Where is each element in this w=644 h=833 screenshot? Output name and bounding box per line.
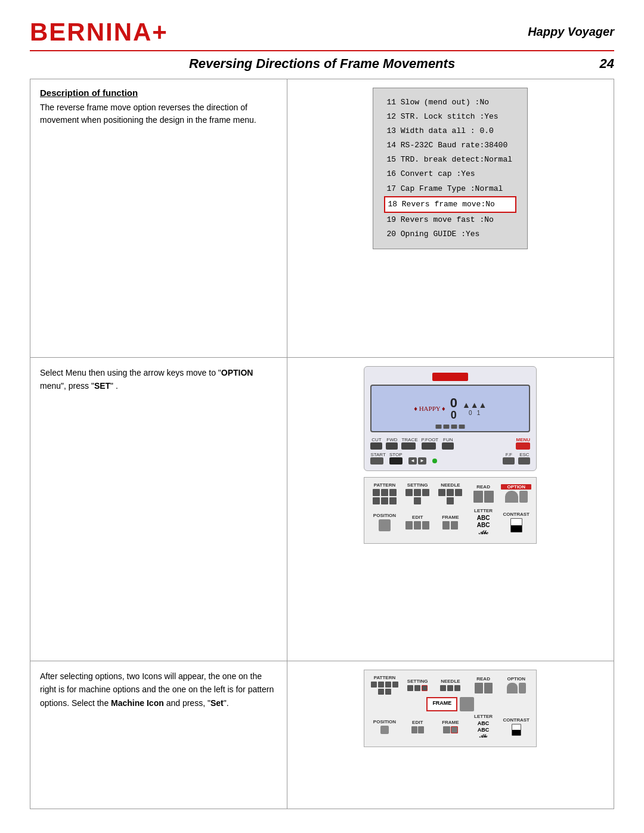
posi1 — [379, 519, 391, 531]
machine-illustration: ♦ HAPPY ♦ 0 0 ▲▲▲ 0 1 — [297, 366, 604, 544]
ctrl-menu: MENU — [516, 437, 530, 450]
p2-abc: ABCABC𝒜𝒷𝒸 — [468, 720, 499, 739]
menu-item-16: 16 Convert cap :Yes — [384, 167, 516, 181]
screen-vals: 0 1 — [462, 410, 487, 416]
menu-item-20: 20 Opning GUIDE :Yes — [384, 227, 516, 241]
options-illustration: PATTERN — [297, 670, 604, 747]
p2ei1 — [411, 726, 417, 733]
menu-btn — [516, 442, 530, 450]
frame-label: FRAME — [435, 515, 466, 520]
p2ni1 — [440, 685, 446, 691]
letter-col: LETTER ABCABC𝒜𝒷𝒸 — [468, 508, 499, 536]
p2-option-label: OPTION — [501, 676, 531, 682]
p2-contrast-icon — [501, 724, 531, 736]
menu-item-12: 12 STR. Lock stitch :Yes — [384, 110, 516, 124]
contrast-col: CONTRAST — [501, 512, 531, 532]
icon-sq-1 — [436, 425, 442, 429]
p2ei2 — [418, 726, 424, 733]
ctrl-pfoot: P.FOOT — [422, 437, 439, 450]
setting-col: SETTING — [402, 482, 433, 504]
screen-left: ♦ HAPPY ♦ — [414, 405, 445, 412]
p2-edit-label: EDIT — [402, 720, 433, 725]
p2-frame-label: FRAME — [435, 720, 466, 725]
menu-grid-panel-2: PATTERN — [364, 670, 537, 747]
stop-btn — [389, 457, 402, 465]
start-btn — [370, 457, 383, 465]
arrow-btns: ◄ ► — [408, 457, 426, 465]
ctrl-stop: STOP — [389, 452, 402, 465]
ni4 — [447, 497, 454, 504]
position-icons — [369, 519, 400, 531]
p2-read-icons — [468, 683, 499, 693]
menu-item-15: 15 TRD. break detect:Normal — [384, 153, 516, 167]
main-table: Description of function The reverse fram… — [30, 79, 614, 809]
p2-letter-label: LETTER — [468, 714, 499, 719]
ctrl-ff: F.F — [503, 452, 515, 465]
p2-frame-icons — [435, 726, 466, 733]
cut-btn — [370, 442, 382, 450]
p2fi2-highlight — [451, 726, 458, 733]
p2-frame-icon — [460, 697, 474, 711]
menu-grid-panel: PATTERN — [364, 477, 537, 544]
arrow-left: ◄ — [408, 457, 417, 465]
p2pi4 — [392, 682, 398, 688]
ctrl-trace: TRACE — [401, 437, 417, 450]
screen-num-mid: 0 — [450, 410, 457, 420]
menu-item-14: 14 RS-232C Baud rate:38400 — [384, 138, 516, 153]
ei3 — [422, 521, 429, 529]
ctrl-cut: CUT — [370, 437, 382, 450]
table-row-3: After selecting options, two Icons will … — [30, 661, 614, 809]
pi1 — [373, 489, 380, 496]
p2ri2 — [484, 683, 493, 693]
p2ni3 — [454, 685, 460, 691]
arrow-right: ► — [418, 457, 426, 465]
menu-row-labels-bottom: POSITION EDIT — [369, 508, 531, 536]
p2-highlighted-frame: FRAME — [369, 697, 531, 711]
needle-icons — [435, 489, 466, 504]
esc-btn — [518, 457, 530, 465]
p2-letter: LETTER ABCABC𝒜𝒷𝒸 — [468, 714, 499, 739]
p2posi1 — [380, 726, 389, 734]
oi1 — [505, 491, 518, 503]
instruction-text-3: After selecting options, two Icons will … — [40, 671, 274, 708]
letter-label: LETTER — [468, 508, 499, 513]
p2-read-label: READ — [468, 676, 499, 682]
frame-icons — [435, 521, 466, 529]
screen-pattern: ▲▲▲ — [462, 400, 487, 410]
description-heading: Description of function — [40, 88, 277, 98]
ri1 — [473, 491, 483, 503]
menu2-row-top: PATTERN — [369, 675, 531, 695]
read-col: READ — [468, 484, 499, 503]
options-illustration-cell: PATTERN — [287, 661, 614, 809]
ff-btn — [503, 457, 515, 465]
ni3 — [455, 489, 462, 496]
p2-pattern: PATTERN — [369, 675, 400, 695]
p2-edit: EDIT — [402, 720, 433, 733]
description-cell: Description of function The reverse fram… — [30, 79, 287, 358]
edit-label: EDIT — [402, 515, 433, 520]
option-icons — [501, 491, 531, 503]
ctrl-fun: FUN — [442, 437, 454, 450]
instruction-text-2: Select Menu then using the arrow keys mo… — [40, 368, 255, 391]
icon-sq-2 — [444, 425, 450, 429]
p2-contrast-sq — [512, 724, 521, 736]
icon-sq-3 — [451, 425, 457, 429]
frame-highlight-box: FRAME — [426, 697, 457, 711]
ctrl-esc: ESC — [518, 452, 530, 465]
fun-btn — [442, 442, 454, 450]
screen-num-top: 0 — [450, 397, 457, 410]
si2 — [414, 489, 421, 496]
p2pi5 — [378, 689, 384, 695]
p2ni2 — [447, 685, 453, 691]
contrast-sq — [510, 518, 522, 532]
pi5 — [381, 497, 388, 504]
trace-label: TRACE — [401, 437, 417, 442]
p2oi1 — [507, 683, 518, 693]
esc-label: ESC — [518, 452, 530, 457]
machine-illustration-cell: ♦ HAPPY ♦ 0 0 ▲▲▲ 0 1 — [287, 357, 614, 661]
frame-col: FRAME — [435, 515, 466, 529]
needle-col: NEEDLE — [435, 482, 466, 504]
screen-content: ♦ HAPPY ♦ 0 0 ▲▲▲ 0 1 — [414, 397, 487, 420]
machine-body: ♦ HAPPY ♦ 0 0 ▲▲▲ 0 1 — [364, 366, 537, 471]
pi4 — [373, 497, 380, 504]
